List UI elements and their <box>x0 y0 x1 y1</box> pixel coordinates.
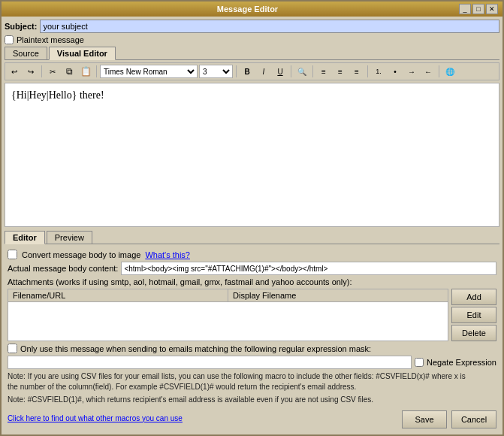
editor-body[interactable]: {Hi|Hey|Hello} there! <box>5 83 499 227</box>
tab-preview[interactable]: Preview <box>47 231 92 244</box>
toolbar-sep-7 <box>439 65 439 77</box>
note1-line2: the number of the column(field). For exa… <box>8 383 356 391</box>
whats-this-link[interactable]: What's this? <box>145 250 190 259</box>
only-checkbox[interactable] <box>8 344 17 353</box>
close-button[interactable]: ✕ <box>486 4 498 14</box>
font-select[interactable]: Times New Roman Arial Verdana <box>100 65 198 78</box>
copy-button[interactable]: ⧉ <box>62 65 77 78</box>
ordered-list-button[interactable]: 1. <box>371 65 386 78</box>
body-content-label: Actual message body content: <box>8 264 118 273</box>
undo-button[interactable]: ↩ <box>7 65 22 78</box>
regex-input-row: Negate Expression <box>8 356 496 369</box>
cancel-button[interactable]: Cancel <box>451 410 496 428</box>
paste-button[interactable]: 📋 <box>78 65 93 78</box>
only-label: Only use this message when sending to em… <box>20 344 371 353</box>
attachments-table: Filename/URL Display Filename <box>8 289 448 341</box>
save-button[interactable]: Save <box>402 410 447 428</box>
title-bar: Message Editor _ □ ✕ <box>2 2 502 17</box>
italic-button[interactable]: I <box>256 65 271 78</box>
tab-editor[interactable]: Editor <box>5 231 45 244</box>
note-text-1: Note: If you are using CSV files for you… <box>8 371 496 392</box>
editor-tabs-row: Source Visual Editor <box>5 47 499 60</box>
delete-button[interactable]: Delete <box>451 325 496 341</box>
align-right-button[interactable]: ≡ <box>349 65 364 78</box>
edit-button[interactable]: Edit <box>451 307 496 323</box>
redo-button[interactable]: ↪ <box>23 65 38 78</box>
align-left-button[interactable]: ≡ <box>316 65 331 78</box>
toolbar-sep-6 <box>367 65 368 77</box>
cut-button[interactable]: ✂ <box>45 65 60 78</box>
convert-label: Convert message body to image <box>22 250 140 259</box>
negate-label: Negate Expression <box>427 358 496 367</box>
tab-source[interactable]: Source <box>5 47 47 59</box>
minimize-button[interactable]: _ <box>459 4 471 14</box>
body-content-input[interactable] <box>121 262 496 275</box>
attachments-buttons: Add Edit Delete <box>451 289 496 341</box>
att-col-filename: Filename/URL <box>8 289 228 301</box>
outdent-button[interactable]: ← <box>421 65 436 78</box>
attachments-area: Filename/URL Display Filename Add Edit D… <box>8 289 496 341</box>
convert-checkbox[interactable] <box>8 250 17 259</box>
font-size-select[interactable]: 1 2 3 4 5 <box>199 65 233 78</box>
only-row: Only use this message when sending to em… <box>8 344 496 353</box>
subject-input[interactable] <box>40 20 499 33</box>
tab-visual-editor[interactable]: Visual Editor <box>49 47 116 60</box>
toolbar-sep-2 <box>96 65 97 77</box>
plaintext-checkbox[interactable] <box>5 35 14 44</box>
align-center-button[interactable]: ≡ <box>333 65 348 78</box>
att-col-display: Display Filename <box>228 289 448 301</box>
globe-button[interactable]: 🌐 <box>442 65 457 78</box>
message-editor-window: Message Editor _ □ ✕ Subject: Plaintext … <box>0 0 504 436</box>
add-button[interactable]: Add <box>451 289 496 305</box>
body-content-row: Actual message body content: <box>8 262 496 275</box>
negate-checkbox[interactable] <box>415 358 424 367</box>
attachments-header: Filename/URL Display Filename <box>8 289 448 302</box>
zoom-button[interactable]: 🔍 <box>294 65 309 78</box>
note1-line1: Note: If you are using CSV files for you… <box>8 372 466 380</box>
convert-row: Convert message body to image What's thi… <box>8 250 496 259</box>
editor-content: {Hi|Hey|Hello} there! <box>11 89 104 101</box>
toolbar-sep-1 <box>41 65 42 77</box>
indent-button[interactable]: → <box>404 65 419 78</box>
plaintext-row: Plaintext message <box>5 35 499 44</box>
window-title: Message Editor <box>217 5 278 14</box>
plaintext-label: Plaintext message <box>17 35 84 44</box>
subject-label: Subject: <box>5 22 37 31</box>
macro-link[interactable]: Click here to find out what other macros… <box>8 414 183 422</box>
bottom-section: Convert message body to image What's thi… <box>5 247 499 431</box>
content-area: Subject: Plaintext message Source Visual… <box>2 17 502 434</box>
bottom-buttons: Save Cancel <box>402 410 496 428</box>
footer-row: Click here to find out what other macros… <box>8 407 496 428</box>
editor-toolbar: ↩ ↪ ✂ ⧉ 📋 Times New Roman Arial Verdana … <box>5 62 499 80</box>
note-text-2: Note: #CSVFIELD(1)#, which returns recip… <box>8 395 496 405</box>
unordered-list-button[interactable]: • <box>388 65 403 78</box>
bottom-tabs: Editor Preview <box>5 231 499 244</box>
maximize-button[interactable]: □ <box>472 4 484 14</box>
toolbar-sep-4 <box>291 65 291 77</box>
regex-input[interactable] <box>8 356 412 369</box>
bold-button[interactable]: B <box>240 65 255 78</box>
toolbar-sep-5 <box>312 65 313 77</box>
title-bar-buttons: _ □ ✕ <box>459 4 498 14</box>
note2-text: Note: #CSVFIELD(1)#, which returns recip… <box>8 395 373 404</box>
attachments-label: Attachments (works if using smtp, aol, h… <box>8 277 496 286</box>
underline-button[interactable]: U <box>273 65 288 78</box>
toolbar-sep-3 <box>236 65 237 77</box>
subject-row: Subject: <box>5 20 499 33</box>
